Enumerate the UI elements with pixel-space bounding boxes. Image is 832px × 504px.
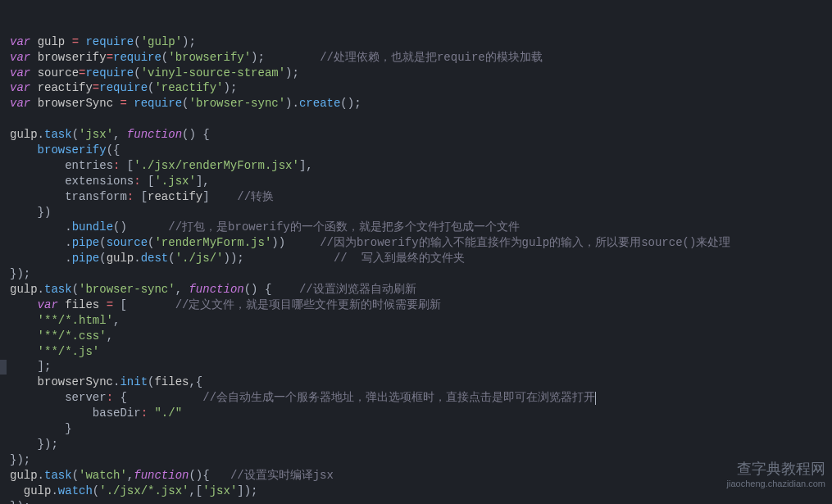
code-line[interactable]: baseDir: "./"	[10, 406, 832, 421]
gutter-highlight	[0, 360, 7, 375]
code-line[interactable]: '**/*.html',	[10, 313, 832, 329]
code-line[interactable]: });	[10, 499, 832, 505]
code-line[interactable]: });	[10, 266, 832, 282]
code-line[interactable]: ];	[10, 359, 832, 375]
code-line[interactable]: gulp.task('jsx', function() {	[10, 127, 832, 143]
code-line[interactable]	[10, 111, 832, 127]
code-line[interactable]: var files = [ //定义文件，就是项目哪些文件更新的时候需要刷新	[10, 297, 832, 313]
code-line[interactable]: gulp.task('browser-sync', function() { /…	[10, 282, 832, 297]
code-line[interactable]: browserify({	[10, 143, 832, 158]
code-line[interactable]: .bundle() //打包，是browerify的一个函数，就是把多个文件打包…	[10, 220, 832, 235]
code-line[interactable]: .pipe(gulp.dest('./js/')); // 写入到最终的文件夹	[10, 251, 832, 266]
code-line[interactable]: })	[10, 205, 832, 220]
text-cursor	[595, 392, 596, 405]
code-line[interactable]: var browserify=require('browserify'); //…	[10, 50, 832, 66]
code-line[interactable]: server: { //会自动生成一个服务器地址，弹出选项框时，直接点击是即可在…	[10, 390, 832, 406]
code-line[interactable]: var browserSync = require('browser-sync'…	[10, 96, 832, 111]
code-line[interactable]: transform: [reactify] //转换	[10, 189, 832, 205]
watermark-sub: jiaocheng.chazidian.com	[727, 479, 825, 489]
code-line[interactable]: '**/*.css',	[10, 329, 832, 344]
code-line[interactable]: gulp.task('watch',function(){ //设置实时编译js…	[10, 468, 832, 484]
watermark: 查字典教程网 jiaocheng.chazidian.com	[727, 461, 825, 489]
code-line[interactable]: var source=require('vinyl-source-stream'…	[10, 66, 832, 81]
code-line[interactable]: .pipe(source('renderMyForm.js')) //因为bro…	[10, 235, 832, 251]
code-line[interactable]: entries: ['./jsx/renderMyForm.jsx'],	[10, 158, 832, 174]
code-line[interactable]: gulp.watch('./jsx/*.jsx',['jsx']);	[10, 484, 832, 499]
code-line[interactable]: });	[10, 437, 832, 452]
code-line[interactable]: extensions: ['.jsx'],	[10, 174, 832, 189]
code-line[interactable]: });	[10, 452, 832, 468]
code-line[interactable]: browserSync.init(files,{	[10, 375, 832, 390]
code-line[interactable]: '**/*.js'	[10, 344, 832, 360]
watermark-main: 查字典教程网	[737, 461, 825, 477]
code-line[interactable]: }	[10, 421, 832, 437]
code-editor[interactable]: var gulp = require('gulp');var browserif…	[0, 0, 832, 504]
code-line[interactable]: var reactify=require('reactify');	[10, 80, 832, 96]
code-line[interactable]: var gulp = require('gulp');	[10, 34, 832, 50]
